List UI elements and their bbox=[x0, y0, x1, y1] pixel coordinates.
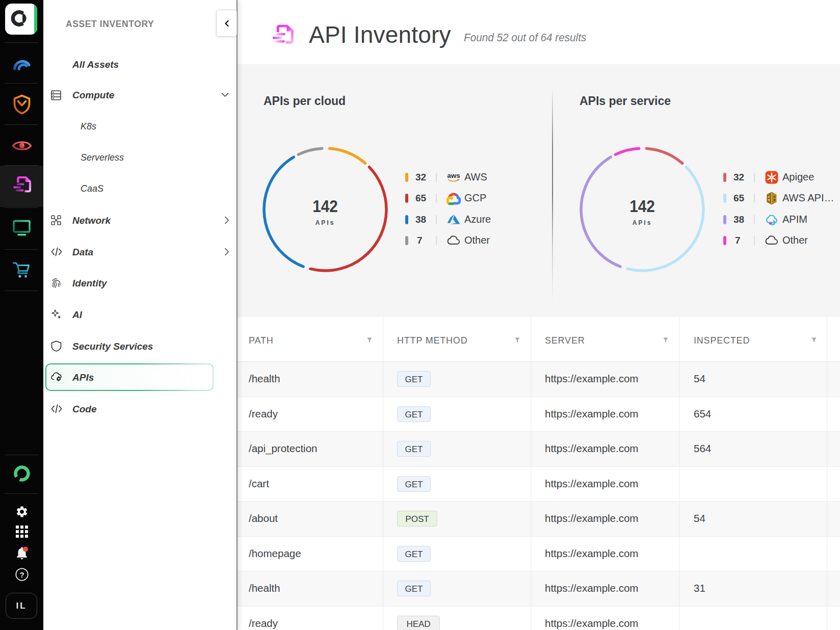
svg-text:aws: aws bbox=[447, 172, 460, 179]
svg-text:?: ? bbox=[19, 570, 24, 579]
